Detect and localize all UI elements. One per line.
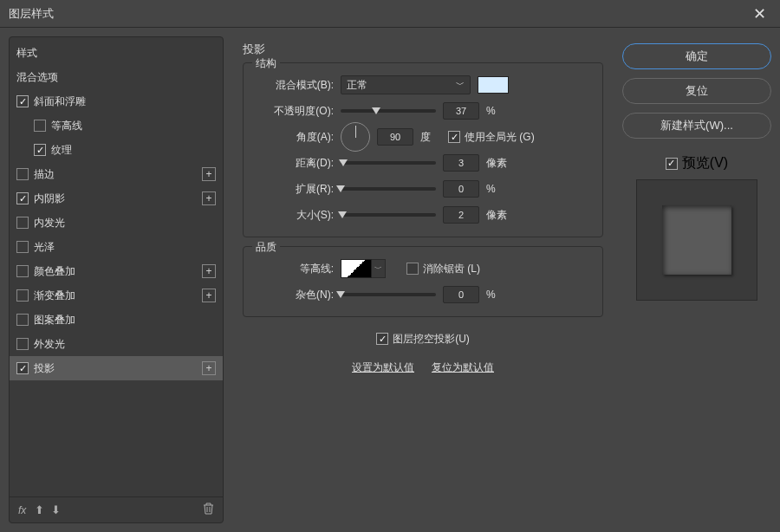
styles-header-label: 样式 (16, 46, 37, 61)
angle-dial[interactable] (341, 122, 370, 152)
spread-input[interactable] (443, 180, 479, 198)
fx-icon[interactable]: fx (18, 504, 26, 516)
ok-button[interactable]: 确定 (622, 43, 771, 69)
new-style-button[interactable]: 新建样式(W)... (622, 113, 771, 139)
effect-label: 光泽 (34, 240, 55, 255)
dialog-content: 样式 混合选项 斜面和浮雕等高线纹理描边+内阴影+内发光光泽颜色叠加+渐变叠加+… (0, 28, 780, 532)
quality-group: 品质 等高线: ﹀ 消除锯齿 (L) 杂色(N): (243, 246, 603, 317)
effect-label: 描边 (34, 167, 55, 182)
opacity-input[interactable] (443, 102, 479, 120)
distance-input[interactable] (443, 154, 479, 172)
effect-row[interactable]: 光泽 (10, 235, 223, 259)
checkbox-icon[interactable] (16, 338, 29, 350)
reset-default-button[interactable]: 复位为默认值 (428, 359, 497, 377)
checkbox-icon[interactable] (34, 144, 46, 156)
checkbox-icon[interactable] (16, 95, 29, 107)
cancel-button[interactable]: 复位 (622, 78, 771, 104)
add-instance-icon[interactable]: + (202, 289, 216, 302)
dialog-title: 图层样式 (9, 6, 54, 22)
effect-row[interactable]: 斜面和浮雕 (10, 89, 223, 114)
effects-footer: fx ⬆ ⬇ (10, 496, 223, 522)
effect-row[interactable]: 等高线 (10, 114, 223, 138)
global-light-checkbox[interactable]: 使用全局光 (G) (448, 130, 535, 145)
contour-swatch (341, 259, 372, 278)
structure-legend: 结构 (252, 56, 280, 71)
move-down-icon[interactable]: ⬇ (51, 503, 61, 516)
trash-icon[interactable] (203, 503, 214, 518)
chevron-down-icon: ﹀ (372, 259, 386, 278)
checkbox-icon[interactable] (16, 168, 29, 180)
preview-checkbox[interactable]: 预览(V) (666, 154, 728, 172)
effect-label: 颜色叠加 (34, 264, 75, 279)
preview-box (636, 179, 757, 301)
effect-row[interactable]: 投影+ (10, 356, 223, 380)
angle-input[interactable] (377, 128, 413, 146)
effect-label: 渐变叠加 (34, 289, 75, 303)
size-label: 大小(S): (256, 208, 334, 223)
knockout-label: 图层挖空投影(U) (393, 332, 470, 347)
blend-mode-value: 正常 (347, 78, 367, 93)
effect-label: 内阴影 (34, 191, 65, 206)
add-instance-icon[interactable]: + (202, 361, 216, 375)
checkbox-icon[interactable] (16, 314, 29, 326)
chevron-down-icon: ﹀ (456, 79, 465, 91)
effect-label: 等高线 (51, 119, 82, 133)
effect-row[interactable]: 渐变叠加+ (10, 283, 223, 308)
checkbox-icon[interactable] (16, 241, 29, 253)
checkbox-icon[interactable] (16, 289, 29, 302)
effect-row[interactable]: 内发光 (10, 211, 223, 235)
noise-input[interactable] (443, 286, 479, 303)
knockout-checkbox[interactable]: 图层挖空投影(U) (376, 332, 470, 347)
titlebar: 图层样式 ✕ (0, 0, 780, 28)
effect-label: 图案叠加 (34, 313, 75, 328)
global-light-label: 使用全局光 (G) (465, 130, 535, 145)
distance-slider[interactable] (341, 161, 436, 165)
spread-label: 扩展(R): (256, 182, 334, 197)
effect-row[interactable]: 内阴影+ (10, 186, 223, 211)
spread-unit: % (486, 183, 507, 195)
make-default-button[interactable]: 设置为默认值 (348, 359, 418, 377)
preview-swatch (662, 205, 731, 275)
noise-unit: % (486, 289, 507, 301)
distance-label: 距离(D): (256, 156, 334, 171)
effect-label: 内发光 (34, 216, 65, 230)
antialias-checkbox[interactable]: 消除锯齿 (L) (406, 262, 480, 276)
blend-mode-label: 混合模式(B): (256, 78, 334, 93)
size-input[interactable] (443, 206, 479, 224)
effect-label: 纹理 (51, 143, 72, 158)
move-up-icon[interactable]: ⬆ (35, 503, 44, 516)
effect-row[interactable]: 纹理 (10, 138, 223, 162)
effect-row[interactable]: 颜色叠加+ (10, 259, 223, 283)
checkbox-icon[interactable] (34, 120, 46, 132)
checkbox-icon[interactable] (16, 362, 29, 374)
effect-label: 投影 (34, 361, 55, 376)
size-unit: 像素 (486, 208, 507, 223)
blend-options-header[interactable]: 混合选项 (10, 65, 223, 89)
structure-group: 结构 混合模式(B): 正常 ﹀ 不透明度(O): % 角度(A) (243, 62, 603, 237)
checkbox-icon[interactable] (16, 192, 29, 204)
blend-options-label: 混合选项 (16, 70, 58, 85)
noise-slider[interactable] (341, 293, 436, 296)
effect-row[interactable]: 图案叠加 (10, 308, 223, 332)
add-instance-icon[interactable]: + (202, 191, 216, 205)
opacity-slider[interactable] (341, 109, 436, 113)
preview-label: 预览(V) (682, 154, 728, 172)
shadow-color-swatch[interactable] (478, 76, 509, 94)
contour-label: 等高线: (256, 262, 334, 276)
section-title: 投影 (243, 42, 603, 57)
add-instance-icon[interactable]: + (202, 167, 216, 181)
styles-header[interactable]: 样式 (10, 41, 223, 65)
close-icon[interactable]: ✕ (748, 3, 771, 25)
effect-row[interactable]: 描边+ (10, 162, 223, 186)
checkbox-icon (406, 263, 419, 275)
settings-panel: 投影 结构 混合模式(B): 正常 ﹀ 不透明度(O): % (232, 36, 614, 523)
angle-unit: 度 (420, 130, 441, 145)
contour-picker[interactable]: ﹀ (341, 259, 386, 278)
checkbox-icon[interactable] (16, 265, 29, 277)
spread-slider[interactable] (341, 187, 436, 191)
blend-mode-select[interactable]: 正常 ﹀ (341, 75, 471, 94)
effect-row[interactable]: 外发光 (10, 332, 223, 356)
size-slider[interactable] (341, 213, 436, 217)
add-instance-icon[interactable]: + (202, 264, 216, 278)
checkbox-icon[interactable] (16, 217, 29, 229)
